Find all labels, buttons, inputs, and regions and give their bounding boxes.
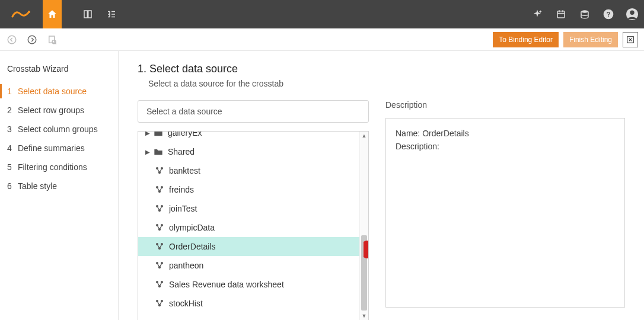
svg-rect-1 — [557, 11, 565, 18]
database-icon[interactable] — [573, 0, 597, 28]
tree-item[interactable]: banktest — [138, 161, 368, 180]
scroll-down-icon[interactable]: ▼ — [360, 312, 368, 320]
svg-point-6 — [630, 11, 634, 15]
tree-item[interactable]: joinTest — [138, 199, 368, 218]
wizard-step-4[interactable]: 4 Define summaries — [0, 139, 118, 158]
back-icon[interactable] — [6, 34, 18, 46]
account-icon[interactable] — [620, 0, 644, 28]
app-logo — [0, 0, 43, 28]
tree-item-selected[interactable]: OrderDetails — [138, 237, 368, 256]
page-subheading: Select a data source for the crosstab — [148, 79, 625, 88]
worksheet-icon — [155, 261, 164, 270]
tree-item[interactable]: olympicData — [138, 218, 368, 237]
sub-toolbar: To Binding Editor Finish Editing — [0, 28, 644, 51]
tree-item[interactable]: stockHist — [138, 294, 368, 313]
tree-item[interactable]: Sales Revenue data worksheet — [138, 275, 368, 294]
svg-point-0 — [28, 11, 30, 13]
description-label: Description — [385, 100, 625, 110]
worksheet-icon — [155, 242, 164, 251]
wizard-title: Crosstab Wizard — [0, 62, 118, 82]
svg-point-7 — [8, 36, 16, 44]
to-binding-editor-button[interactable]: To Binding Editor — [493, 32, 559, 47]
sparkle-icon[interactable] — [525, 0, 549, 28]
scroll-up-icon[interactable]: ▲ — [360, 132, 368, 140]
svg-text:?: ? — [606, 10, 610, 18]
folder-icon — [154, 131, 163, 137]
worksheet-icon — [155, 185, 164, 194]
nav-hierarchy-icon[interactable] — [100, 0, 123, 28]
wizard-step-2[interactable]: 2 Select row groups — [0, 101, 118, 120]
folder-icon — [154, 148, 163, 156]
wizard-sidebar: Crosstab Wizard 1 Select data source 2 S… — [0, 51, 119, 320]
svg-point-2 — [581, 10, 588, 13]
svg-rect-9 — [49, 36, 55, 43]
worksheet-icon — [155, 204, 164, 213]
worksheet-icon — [155, 280, 164, 289]
wizard-step-5[interactable]: 5 Filtering conditions — [0, 158, 118, 177]
caret-right-icon: ▶ — [145, 131, 150, 136]
help-icon[interactable]: ? — [597, 0, 620, 28]
page-heading: 1. Select data source — [138, 63, 625, 75]
worksheet-icon — [155, 299, 164, 308]
tree-item[interactable]: pantheon — [138, 256, 368, 275]
scrollbar[interactable]: ▲ ▼ — [359, 132, 368, 320]
forward-icon[interactable] — [26, 34, 38, 46]
home-button[interactable] — [43, 0, 62, 28]
caret-right-icon: ▶ — [145, 149, 150, 155]
worksheet-icon — [155, 223, 164, 232]
wizard-step-1[interactable]: 1 Select data source — [0, 82, 118, 101]
wizard-step-6[interactable]: 6 Table style — [0, 177, 118, 196]
tree-folder[interactable]: ▶ Shared — [138, 142, 368, 161]
finish-editing-button[interactable]: Finish Editing — [563, 32, 618, 47]
datasource-search-input[interactable]: Select a data source — [138, 100, 369, 123]
nav-book-icon[interactable] — [76, 0, 100, 28]
worksheet-icon — [155, 167, 164, 175]
preview-icon[interactable] — [46, 34, 58, 46]
close-button[interactable] — [623, 32, 638, 47]
tree-item[interactable]: freinds — [138, 180, 368, 199]
datasource-tree: ▶ galleryEx ▶ Shared banktest — [138, 131, 369, 320]
wizard-main-panel: 1. Select data source Select a data sour… — [119, 51, 644, 320]
tree-folder[interactable]: ▶ galleryEx — [138, 131, 368, 142]
top-nav-bar: ? — [0, 0, 644, 28]
svg-point-8 — [28, 36, 36, 44]
schedule-icon[interactable] — [549, 0, 573, 28]
wizard-step-3[interactable]: 3 Select column groups — [0, 120, 118, 139]
description-box: Name: OrderDetails Description: — [385, 118, 625, 308]
scrollbar-thumb[interactable] — [361, 235, 367, 311]
